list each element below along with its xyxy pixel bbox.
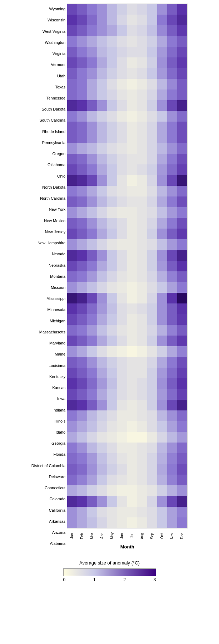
heatmap-cell: [167, 378, 177, 389]
heatmap-cell: [77, 271, 87, 282]
y-label: Washington: [31, 37, 65, 48]
legend-bar-wrap: 0123: [63, 568, 156, 582]
x-label: Apr: [97, 529, 107, 543]
heatmap-cell: [97, 218, 107, 229]
heatmap-cell: [117, 507, 127, 517]
heatmap-cell: [117, 464, 127, 475]
heatmap-cell: [77, 154, 87, 164]
heatmap-cell: [77, 79, 87, 90]
heatmap-cell: [67, 90, 77, 100]
heatmap-cell: [127, 485, 137, 496]
heatmap-cell: [107, 400, 117, 410]
heatmap-cell: [107, 57, 117, 68]
heatmap-cell: [127, 400, 137, 410]
heatmap-cell: [117, 421, 127, 432]
heatmap-cell: [157, 368, 167, 378]
heatmap-cell: [107, 218, 117, 229]
heatmap-cell: [77, 57, 87, 68]
heatmap-cell: [97, 410, 107, 421]
heatmap-cell: [157, 336, 167, 346]
heatmap-cell: [167, 389, 177, 400]
heatmap-cell: [137, 271, 147, 282]
heatmap-cell: [127, 517, 137, 528]
heatmap-cell: [107, 496, 117, 507]
heatmap-cell: [77, 143, 87, 154]
heatmap-cell: [167, 143, 177, 154]
heatmap-cell: [157, 164, 167, 175]
heatmap-cell: [167, 464, 177, 475]
heatmap-cell: [147, 293, 157, 303]
heatmap-cell: [87, 15, 97, 25]
heatmap-cell: [97, 325, 107, 336]
heatmap-cell: [177, 57, 187, 68]
heatmap-cell: [107, 261, 117, 271]
heatmap-cell: [67, 218, 77, 229]
heatmap-cell: [97, 507, 107, 517]
heatmap-cell: [107, 282, 117, 293]
y-label: New York: [31, 204, 65, 215]
heatmap-cell: [137, 100, 147, 111]
y-label: South Dakota: [31, 104, 65, 115]
heatmap-cell: [137, 164, 147, 175]
heatmap-cell: [127, 229, 137, 239]
heatmap-cell: [177, 218, 187, 229]
heatmap-cell: [97, 443, 107, 453]
heatmap-cell: [137, 336, 147, 346]
heatmap-cell: [97, 154, 107, 164]
heatmap-cell: [167, 36, 177, 47]
heatmap-cell: [107, 207, 117, 218]
heatmap-cell: [127, 132, 137, 143]
heatmap-cell: [157, 196, 167, 207]
heatmap-cell: [67, 79, 77, 90]
heatmap-cell: [157, 346, 167, 357]
heatmap-cell: [147, 239, 157, 250]
heatmap-cell: [167, 421, 177, 432]
heatmap-cell: [147, 100, 157, 111]
heatmap-cell: [177, 410, 187, 421]
heatmap-cell: [97, 346, 107, 357]
heatmap-cell: [177, 175, 187, 186]
heatmap-cell: [97, 15, 107, 25]
heatmap-cell: [137, 410, 147, 421]
heatmap-cell: [127, 111, 137, 122]
heatmap-cell: [67, 293, 77, 303]
heatmap-cell: [137, 368, 147, 378]
y-label: Wisconsin: [31, 15, 65, 26]
heatmap-cell: [157, 79, 167, 90]
heatmap-cell: [127, 346, 137, 357]
heatmap-cell: [157, 57, 167, 68]
heatmap-cell: [127, 154, 137, 164]
heatmap-cell: [177, 432, 187, 443]
heatmap-cell: [157, 443, 167, 453]
heatmap-cell: [97, 143, 107, 154]
heatmap-cell: [177, 25, 187, 36]
heatmap-cell: [97, 57, 107, 68]
heatmap-cell: [147, 507, 157, 517]
heatmap-cell: [177, 4, 187, 15]
heatmap-cell: [97, 400, 107, 410]
heatmap-cell: [67, 122, 77, 132]
heatmap-cell: [177, 90, 187, 100]
heatmap-cell: [117, 517, 127, 528]
heatmap-cell: [147, 453, 157, 464]
heatmap-cell: [67, 443, 77, 453]
heatmap-cell: [157, 122, 167, 132]
heatmap-cell: [137, 207, 147, 218]
heatmap-cell: [147, 90, 157, 100]
heatmap-cell: [167, 293, 177, 303]
y-label: Minnesota: [31, 305, 65, 315]
heatmap-cell: [97, 25, 107, 36]
heatmap-cell: [137, 453, 147, 464]
heatmap-cell: [137, 229, 147, 239]
heatmap-cell: [87, 261, 97, 271]
heatmap-cell: [137, 400, 147, 410]
heatmap-cell: [127, 282, 137, 293]
heatmap-cell: [177, 229, 187, 239]
y-label: New Jersey: [31, 226, 65, 237]
heatmap-cell: [77, 207, 87, 218]
heatmap-cell: [157, 186, 167, 196]
heatmap-cell: [157, 261, 167, 271]
x-axis-title: Month: [67, 544, 188, 550]
heatmap-cell: [177, 336, 187, 346]
heatmap-cell: [107, 517, 117, 528]
